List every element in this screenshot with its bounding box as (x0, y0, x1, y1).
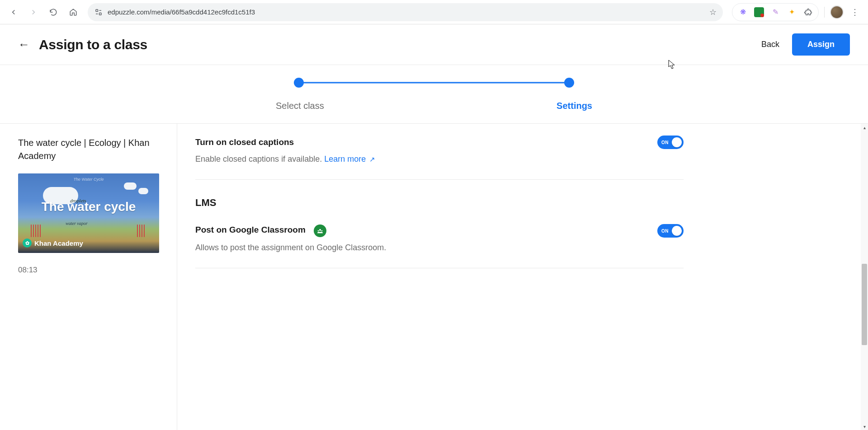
external-link-icon: ↗ (368, 155, 375, 163)
arrow-right-icon (29, 8, 38, 16)
setting-gc-subtitle: Allows to post the assignment on Google … (195, 243, 684, 252)
toggle-state-label: ON (661, 229, 669, 234)
arrow-left-icon (9, 8, 18, 16)
extension-icon-1[interactable]: ❋ (738, 7, 748, 17)
toggle-state-label: ON (661, 140, 669, 145)
home-icon (69, 8, 77, 16)
setting-gc-title: Post on Google Classroom (195, 225, 306, 234)
browser-menu-button[interactable]: ⋮ (847, 7, 863, 17)
toggle-google-classroom[interactable]: ON (657, 224, 684, 238)
scroll-down-arrow[interactable]: ▾ (861, 423, 868, 430)
svg-point-4 (319, 229, 321, 231)
browser-forward-button[interactable] (25, 4, 42, 20)
back-button[interactable]: Back (761, 40, 779, 49)
toggle-knob (672, 137, 682, 147)
thumb-vapor-label: water vapor (66, 221, 88, 226)
google-classroom-icon (314, 224, 326, 237)
video-title: The water cycle | Ecology | Khan Academy (18, 136, 159, 163)
extensions-group: ❋ ✎ ✦ (732, 3, 819, 21)
extension-icon-4[interactable]: ✦ (787, 7, 797, 17)
scroll-up-arrow[interactable]: ▴ (861, 124, 868, 131)
settings-panel: Turn on closed captions ON Enable closed… (177, 124, 868, 430)
bookmark-star-icon[interactable]: ☆ (709, 7, 717, 17)
toolbar-divider (824, 7, 825, 18)
cloud-icon (138, 188, 148, 194)
svg-rect-1 (99, 13, 102, 15)
setting-google-classroom: Post on Google Classroom ON Allows to po… (195, 221, 684, 268)
stepper-labels: Select class Settings (276, 101, 592, 111)
browser-reload-button[interactable] (45, 4, 61, 20)
thumb-heat-lines (31, 224, 41, 237)
assign-button[interactable]: Assign (792, 33, 850, 56)
address-bar[interactable]: edpuzzle.com/media/66f5a9cdd412ec9fcd1c5… (88, 3, 723, 21)
section-heading-lms: LMS (195, 197, 684, 209)
extensions-puzzle-icon[interactable] (803, 7, 813, 17)
browser-home-button[interactable] (65, 4, 81, 20)
reload-icon (49, 8, 57, 16)
scrollbar[interactable]: ▴ ▾ (861, 124, 868, 430)
extension-icon-3[interactable]: ✎ (770, 7, 780, 17)
stepper: Select class Settings (0, 65, 868, 124)
scroll-thumb[interactable] (862, 264, 867, 345)
learn-more-link[interactable]: Learn more ↗ (324, 154, 375, 164)
video-info-panel: The water cycle | Ecology | Khan Academy… (0, 124, 177, 430)
thumb-sky-title: The Water Cycle (74, 177, 104, 182)
browser-back-button[interactable] (5, 4, 22, 20)
svg-rect-0 (96, 9, 98, 12)
svg-point-5 (318, 230, 319, 232)
site-controls-icon[interactable] (94, 8, 103, 17)
url-text: edpuzzle.com/media/66f5a9cdd412ec9fcd1c5… (108, 3, 705, 21)
page-title: Assign to a class (39, 37, 147, 52)
page-back-arrow[interactable]: ← (18, 37, 30, 51)
extension-icon-2[interactable] (754, 7, 764, 17)
stepper-dot-2[interactable] (564, 78, 574, 88)
khan-brand-text: Khan Academy (34, 239, 83, 247)
step-settings[interactable]: Settings (557, 101, 592, 111)
profile-avatar[interactable] (830, 5, 844, 19)
stepper-track (294, 77, 574, 88)
setting-cc-subtitle: Enable closed captions if available. Lea… (195, 154, 684, 164)
cloud-icon (124, 182, 137, 190)
khan-academy-badge: ✿ Khan Academy (23, 238, 83, 248)
setting-cc-title: Turn on closed captions (195, 137, 294, 147)
browser-toolbar: edpuzzle.com/media/66f5a9cdd412ec9fcd1c5… (0, 0, 868, 24)
thumb-main-text: The water cycle (42, 200, 136, 214)
svg-point-6 (321, 230, 323, 232)
stepper-line (299, 82, 569, 84)
video-duration: 08:13 (18, 266, 159, 275)
setting-cc-subtitle-text: Enable closed captions if available. (195, 154, 324, 164)
setting-closed-captions: Turn on closed captions ON Enable closed… (195, 133, 684, 180)
content-area: The water cycle | Ecology | Khan Academy… (0, 124, 868, 430)
setting-gc-title-wrap: Post on Google Classroom (195, 224, 326, 237)
page-header: ← Assign to a class Back Assign (0, 24, 868, 65)
toggle-knob (672, 226, 682, 236)
video-thumbnail[interactable]: The Water Cycle droplets The water cycle… (18, 173, 159, 253)
khan-logo-icon: ✿ (23, 238, 32, 248)
step-select-class[interactable]: Select class (276, 101, 324, 111)
header-actions: Back Assign (761, 33, 850, 56)
stepper-dot-1[interactable] (294, 78, 304, 88)
thumb-heat-lines (137, 224, 145, 237)
toggle-closed-captions[interactable]: ON (657, 136, 684, 149)
